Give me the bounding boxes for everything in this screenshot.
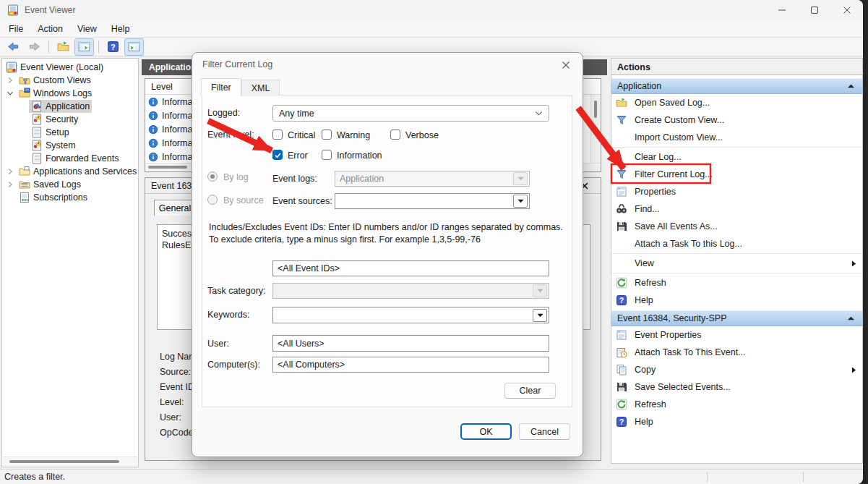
action-item-clear-log[interactable]: Clear Log... [611,148,862,166]
tree-item-forwarded-events[interactable]: Forwarded Events [2,152,138,165]
action-item-help[interactable]: ?Help [611,413,862,430]
toolbar-button-action-pane-icon[interactable] [124,38,144,56]
tab-general[interactable]: General [154,200,196,216]
toolbar-button-open-folder-icon[interactable] [53,38,73,56]
computers-input[interactable]: <All Computers> [272,357,549,373]
action-item-refresh[interactable]: Refresh [611,274,862,292]
action-item-import-custom-view[interactable]: Import Custom View... [611,129,862,146]
menu-help[interactable]: Help [104,22,137,36]
close-button[interactable] [830,0,863,20]
toolbar-button-back-arrow-icon[interactable] [4,38,23,56]
action-item-find[interactable]: Find... [611,200,862,218]
toolbar-separator [48,41,49,54]
chevron-down-icon[interactable] [7,90,14,97]
action-item-help[interactable]: ?Help [611,292,862,309]
action-item-create-custom-view[interactable]: Create Custom View... [611,111,862,129]
logged-select[interactable]: Any time [272,105,549,122]
dialog-tab-filter[interactable]: Filter [201,78,241,96]
menu-view[interactable]: View [70,22,104,36]
event-sources-select[interactable] [335,193,530,209]
dialog-tab-xml[interactable]: XML [241,80,280,96]
task-category-select[interactable] [272,283,549,299]
action-item-view[interactable]: View [611,255,862,272]
collapse-section-icon[interactable] [847,315,855,321]
tree-item-windows-logs[interactable]: Windows Logs [2,87,138,100]
scrollbar-thumb[interactable] [9,460,119,463]
filter-icon [616,169,627,180]
status-text: Creates a filter. [4,472,65,482]
action-item-properties[interactable]: Properties [611,183,862,200]
action-item-save-all-events-as[interactable]: Save All Events As... [611,218,862,235]
action-item-label: Open Saved Log... [635,98,856,108]
help-icon: ? [616,294,627,306]
action-item-open-saved-log[interactable]: Open Saved Log... [611,94,862,111]
dialog-close-icon[interactable] [558,58,574,72]
tree-item-setup[interactable]: Setup [2,126,138,139]
tree-horizontal-scrollbar[interactable] [3,457,137,466]
tree-item-label: Windows Logs [33,88,92,98]
information-level-icon [148,124,158,135]
by-log-radio[interactable] [207,171,218,182]
status-divider [707,472,708,482]
tree-item-system[interactable]: System [2,139,138,152]
error-checkbox[interactable] [272,150,283,160]
windows-logs-icon [19,88,30,99]
tree-item-security[interactable]: Security [2,113,138,126]
maximize-button[interactable] [798,0,830,20]
tree-item-saved-logs[interactable]: Saved Logs [2,178,138,191]
event-ids-help-text: Includes/Excludes Event IDs: Enter ID nu… [209,221,570,246]
warning-checkbox[interactable] [322,130,332,140]
dropdown-arrow-icon[interactable] [533,309,547,322]
action-item-event-properties[interactable]: Event Properties [611,326,862,344]
actions-section-header-event-16384-security-spp[interactable]: Event 16384, Security-SPP [611,310,862,326]
window-title: Event Viewer [25,5,75,15]
action-item-label: Copy [635,365,844,375]
action-item-refresh[interactable]: Refresh [611,396,862,413]
list-vertical-scrollbar[interactable] [590,95,601,164]
filter-tab-page: Logged: Any time Event level: CriticalWa… [202,95,572,407]
tree-item-subscriptions[interactable]: Subscriptions [2,191,138,204]
user-input[interactable]: <All Users> [272,335,549,352]
cancel-button[interactable]: Cancel [519,423,570,440]
collapse-section-icon[interactable] [847,83,855,89]
keywords-select[interactable] [272,307,549,323]
scrollbar-thumb[interactable] [148,166,187,169]
log-application-icon [31,101,43,112]
toolbar-button-help-icon[interactable]: ? [103,38,123,56]
tree-item-label: Applications and Services Lo [33,166,139,177]
ok-button[interactable]: OK [460,423,512,440]
chevron-right-icon[interactable] [7,181,14,188]
verbose-checkbox[interactable] [390,130,400,140]
chevron-right-icon[interactable] [7,168,14,175]
tree-item-application[interactable]: Application [2,100,138,113]
action-item-save-selected-events[interactable]: Save Selected Events... [611,378,862,396]
icon-placeholder [616,258,627,269]
scrollbar-thumb[interactable] [594,101,597,118]
action-item-copy[interactable]: Copy [611,361,862,378]
status-bar: Creates a filter. [0,469,863,484]
information-checkbox[interactable] [322,150,332,160]
menu-file[interactable]: File [1,22,30,36]
clear-button[interactable]: Clear [504,383,556,399]
action-item-label: Attach Task To This Event... [635,347,856,357]
minimize-button[interactable] [765,0,798,20]
toolbar-button-console-tree-icon[interactable] [74,38,94,56]
by-source-radio[interactable] [207,195,218,205]
dropdown-arrow-icon[interactable] [513,172,528,185]
action-item-filter-current-log[interactable]: Filter Current Log... [611,166,862,183]
menu-action[interactable]: Action [30,22,70,36]
tree-item-custom-views[interactable]: Custom Views [2,74,138,87]
event-ids-input[interactable]: <All Event IDs> [272,260,549,276]
actions-section-header-application[interactable]: Application [611,78,862,94]
action-item-label: Refresh [635,278,856,288]
tree-item-event-viewer-local[interactable]: Event Viewer (Local) [2,61,138,74]
action-item-attach-task-to-this-event[interactable]: Attach Task To This Event... [611,344,862,361]
action-item-attach-a-task-to-this-log[interactable]: Attach a Task To this Log... [611,235,862,252]
action-item-label: Import Custom View... [635,132,856,143]
toolbar-button-forward-arrow-icon[interactable] [25,38,44,56]
critical-checkbox[interactable] [272,130,283,140]
dropdown-arrow-icon[interactable] [513,195,528,208]
event-logs-select[interactable]: Application [335,171,530,187]
chevron-right-icon[interactable] [7,77,14,84]
tree-item-applications-and-services-lo[interactable]: Applications and Services Lo [2,165,138,178]
